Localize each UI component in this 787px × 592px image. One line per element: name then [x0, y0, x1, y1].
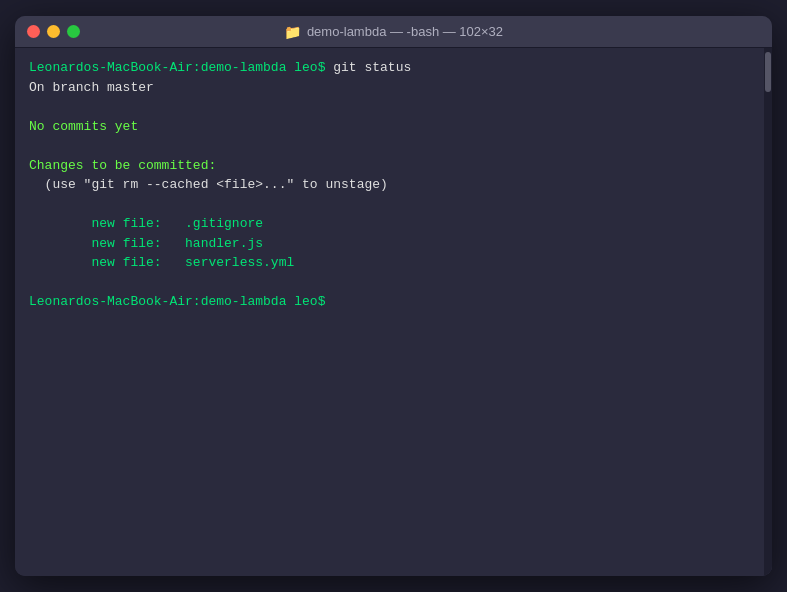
traffic-lights — [27, 25, 80, 38]
scrollbar-thumb[interactable] — [765, 52, 771, 92]
maximize-button[interactable] — [67, 25, 80, 38]
terminal-empty-line — [29, 136, 758, 156]
terminal-line-hint: (use "git rm --cached <file>..." to unst… — [29, 175, 758, 195]
terminal-line-no-commits: No commits yet — [29, 117, 758, 137]
terminal-line-changes: Changes to be committed: — [29, 156, 758, 176]
close-button[interactable] — [27, 25, 40, 38]
minimize-button[interactable] — [47, 25, 60, 38]
terminal-line: Leonardos-MacBook-Air:demo-lambda leo$ g… — [29, 58, 758, 78]
scrollbar[interactable] — [764, 48, 772, 576]
folder-icon: 📁 — [284, 24, 301, 40]
terminal-empty-line — [29, 195, 758, 215]
terminal-empty-line — [29, 273, 758, 293]
terminal-line-file2: new file: handler.js — [29, 234, 758, 254]
titlebar-text: 📁 demo-lambda — -bash — 102×32 — [284, 24, 503, 40]
terminal-line: On branch master — [29, 78, 758, 98]
titlebar: 📁 demo-lambda — -bash — 102×32 — [15, 16, 772, 48]
window-title: demo-lambda — -bash — 102×32 — [307, 24, 503, 39]
terminal-content[interactable]: Leonardos-MacBook-Air:demo-lambda leo$ g… — [15, 48, 772, 576]
terminal-window: 📁 demo-lambda — -bash — 102×32 Leonardos… — [15, 16, 772, 576]
terminal-empty-line — [29, 97, 758, 117]
terminal-prompt-end: Leonardos-MacBook-Air:demo-lambda leo$ — [29, 292, 758, 312]
terminal-line-file3: new file: serverless.yml — [29, 253, 758, 273]
terminal-line-file1: new file: .gitignore — [29, 214, 758, 234]
